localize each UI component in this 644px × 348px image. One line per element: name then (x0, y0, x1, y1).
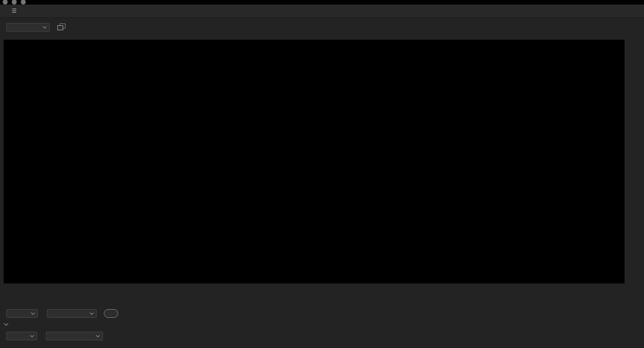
x-axis (4, 288, 626, 294)
chevron-down-icon (4, 321, 9, 326)
y-axis (626, 40, 644, 289)
snapshot-button[interactable] (57, 23, 66, 31)
fft-size-dropdown[interactable] (6, 332, 37, 340)
scan-selection-button[interactable] (104, 309, 118, 318)
top-channel-dropdown[interactable] (47, 309, 97, 318)
window-close-button[interactable] (3, 0, 8, 5)
panel-header: ☰ (0, 5, 644, 18)
display-dropdown[interactable] (6, 309, 38, 318)
toolbar (0, 18, 644, 38)
frequency-analysis-panel: ☰ (0, 0, 644, 348)
chevron-down-icon (31, 311, 35, 314)
spectrum-chart (4, 40, 625, 283)
advanced-section-header[interactable] (5, 320, 12, 328)
chevron-down-icon (30, 333, 34, 337)
fft-controls-row (4, 331, 112, 340)
display-controls-row (4, 309, 118, 318)
scale-dropdown[interactable] (6, 23, 50, 32)
window-zoom-button[interactable] (21, 0, 26, 5)
chevron-down-icon (90, 311, 93, 314)
window-function-dropdown[interactable] (46, 332, 103, 340)
chevron-down-icon (96, 333, 100, 337)
window-titlebar-strip (0, 0, 644, 5)
window-minimize-button[interactable] (12, 0, 17, 5)
chevron-down-icon (43, 25, 46, 28)
panel-menu-icon[interactable]: ☰ (12, 8, 17, 14)
spectrum-plot[interactable] (4, 40, 625, 283)
